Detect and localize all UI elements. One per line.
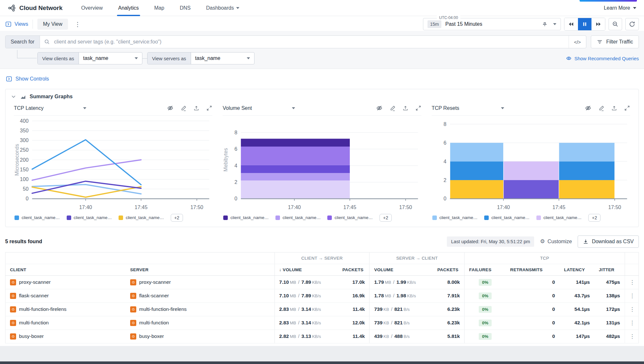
col-latency[interactable]: LATENCY: [560, 264, 594, 275]
legend-item[interactable]: client_task_name…: [223, 215, 269, 220]
show-recommended-queries-link[interactable]: Show Recommended Queries: [566, 56, 639, 61]
table-row[interactable]: busy-boxer busy-boxer 2.82MB/3.13KB/s 11…: [5, 330, 639, 343]
legend-item[interactable]: client_task_name…: [432, 215, 478, 220]
server-cell[interactable]: multi-function-firelens: [130, 306, 270, 312]
learn-more-button[interactable]: Learn More: [604, 5, 636, 11]
show-controls-link[interactable]: Show Controls: [6, 76, 49, 82]
row-menu-button[interactable]: ⋮: [625, 330, 639, 343]
legend-more-badge[interactable]: +2: [171, 214, 183, 222]
col-cs-volume[interactable]: ↓VOLUME: [274, 264, 338, 275]
col-cs-packets[interactable]: PACKETS: [338, 264, 370, 275]
filter-traffic-button[interactable]: Filter Traffic: [591, 35, 639, 48]
legend-item[interactable]: client_task_name…: [327, 215, 373, 220]
server-cell[interactable]: proxy-scanner: [130, 279, 270, 285]
pause-button[interactable]: [578, 18, 591, 30]
nav-item-analytics[interactable]: Analytics: [111, 0, 147, 16]
col-client[interactable]: CLIENT: [5, 264, 126, 275]
customize-button[interactable]: ⚙ Customize: [540, 238, 572, 245]
server-cell[interactable]: multi-function: [130, 320, 270, 326]
nav-item-map[interactable]: Map: [147, 0, 172, 16]
network-logo-icon: [8, 4, 16, 12]
client-cell[interactable]: proxy-scanner: [10, 279, 121, 285]
export-icon[interactable]: [611, 105, 617, 111]
client-cell[interactable]: multi-function-firelens: [10, 306, 121, 312]
jitter-cell: 172µs: [594, 302, 625, 316]
nav-item-dns[interactable]: DNS: [172, 0, 198, 16]
client-cell[interactable]: busy-boxer: [10, 333, 121, 340]
time-backward-button[interactable]: [564, 18, 578, 30]
row-menu-button[interactable]: ⋮: [625, 302, 639, 316]
view-clients-as-select[interactable]: task_name: [79, 53, 142, 64]
query-syntax-toggle[interactable]: </>: [569, 36, 586, 48]
tcp-latency-chart[interactable]: 05010015020025030035040017:4017:4517:50M…: [14, 117, 212, 212]
export-icon[interactable]: [402, 105, 409, 111]
kebab-icon: ⋮: [630, 333, 635, 340]
legend-item[interactable]: client_task_name…: [275, 215, 321, 220]
hide-graph-icon[interactable]: [585, 105, 591, 111]
table-row[interactable]: multi-function multi-function 2.83MB/3.1…: [5, 316, 639, 330]
client-cell[interactable]: flask-scanner: [10, 293, 121, 299]
legend-item[interactable]: client_task_name…: [536, 215, 582, 220]
chart-panel-volume-sent: Volume Sent 0246817:4017:4517:50Mebibyte…: [217, 101, 426, 223]
col-sc-packets[interactable]: PACKETS: [433, 264, 465, 275]
zoom-out-button[interactable]: [609, 18, 622, 30]
col-jitter[interactable]: JITTER: [594, 264, 625, 275]
table-row[interactable]: flask-scanner flask-scanner 7.10MB/7.89K…: [5, 289, 639, 302]
view-options-kebab[interactable]: ⋮: [72, 21, 83, 28]
results-header: 5 results found Last updated: Fri, May 3…: [5, 235, 639, 248]
time-forward-button[interactable]: [591, 18, 605, 30]
hide-graph-icon[interactable]: [376, 105, 383, 111]
client-cell[interactable]: multi-function: [10, 320, 121, 326]
edit-icon[interactable]: [389, 105, 396, 111]
col-sc-volume[interactable]: VOLUME: [370, 264, 433, 275]
refresh-button[interactable]: [625, 18, 639, 30]
table-row[interactable]: multi-function-firelens multi-function-f…: [5, 302, 639, 316]
jitter-cell: 138µs: [594, 289, 625, 302]
legend-item[interactable]: client_task_name…: [119, 215, 164, 220]
legend-item[interactable]: client_task_name…: [484, 215, 530, 220]
svg-text:150: 150: [20, 167, 29, 172]
last-updated-chip: Last updated: Fri, May 30, 5:51:22 pm: [447, 236, 534, 247]
expand-icon[interactable]: [415, 105, 421, 111]
legend-more-badge[interactable]: +2: [380, 214, 392, 222]
hide-graph-icon[interactable]: [167, 105, 174, 111]
collapse-chevron-icon[interactable]: [11, 94, 16, 100]
svg-text:17:45: 17:45: [343, 204, 356, 210]
server-cell[interactable]: busy-boxer: [130, 333, 270, 340]
col-server[interactable]: SERVER: [126, 264, 274, 275]
server-cell[interactable]: flask-scanner: [130, 293, 270, 299]
nav-item-dashboards[interactable]: Dashboards: [198, 0, 247, 16]
chart-selector-volume-sent[interactable]: Volume Sent: [223, 105, 295, 111]
col-retransmits[interactable]: RETRANSMITS: [506, 264, 560, 275]
edit-icon[interactable]: [180, 105, 187, 111]
volume-sent-chart[interactable]: 0246817:4017:4517:50Mebibytes: [223, 117, 421, 212]
expand-icon[interactable]: [206, 105, 212, 111]
chevron-down-icon: [553, 23, 556, 25]
value-separator: /: [393, 293, 394, 298]
nav-item-overview[interactable]: Overview: [73, 0, 111, 16]
pin-icon[interactable]: [542, 21, 548, 27]
tcp-resets-chart[interactable]: 0246817:4017:4517:50: [432, 117, 630, 212]
search-input[interactable]: [53, 39, 569, 45]
row-menu-button[interactable]: ⋮: [625, 289, 639, 302]
sc-packets-cell: 6.23k: [433, 316, 465, 330]
chart-selector-tcp-latency[interactable]: TCP Latency: [14, 105, 86, 111]
time-range-picker[interactable]: UTC-04:00 15m Past 15 Minutes: [423, 18, 561, 30]
col-failures[interactable]: FAILURES: [465, 264, 506, 275]
view-servers-as-select[interactable]: task_name: [191, 53, 254, 64]
chevron-down-icon: [236, 7, 239, 9]
current-view-tab[interactable]: My View: [37, 19, 68, 30]
legend-item[interactable]: client_task_name…: [14, 215, 60, 220]
export-icon[interactable]: [193, 105, 199, 111]
edit-icon[interactable]: [598, 105, 604, 111]
table-row[interactable]: proxy-scanner proxy-scanner 7.10MB/7.89K…: [5, 275, 639, 289]
legend-item[interactable]: client_task_name…: [67, 215, 112, 220]
chart-selector-tcp-resets[interactable]: TCP Resets: [432, 105, 504, 111]
row-menu-button[interactable]: ⋮: [625, 275, 639, 289]
legend-more-badge[interactable]: +2: [588, 214, 601, 222]
search-for-label: Search for: [5, 36, 40, 48]
row-menu-button[interactable]: ⋮: [625, 316, 639, 330]
download-csv-button[interactable]: Download as CSV: [578, 235, 639, 248]
views-button[interactable]: Views: [5, 21, 28, 27]
expand-icon[interactable]: [624, 105, 630, 111]
